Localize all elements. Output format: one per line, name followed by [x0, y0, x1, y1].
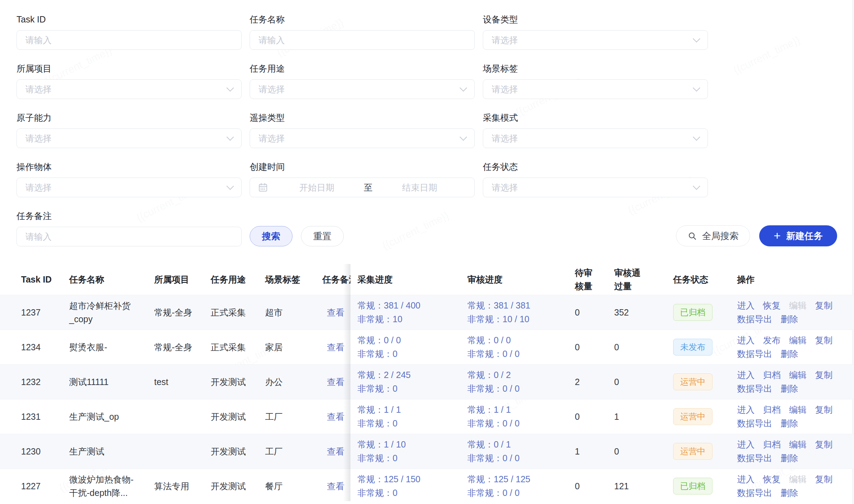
reset-button[interactable]: 重置: [301, 226, 344, 246]
task-id-input[interactable]: [17, 30, 242, 50]
cell-operations: 进入 归档 编辑 复制 数据导出 删除: [737, 438, 854, 465]
archive-link[interactable]: 归档: [763, 403, 781, 417]
field-label: 任务备注: [17, 211, 242, 221]
copy-link[interactable]: 复制: [815, 299, 833, 312]
remark-view-link[interactable]: 查看: [327, 446, 344, 456]
task-status-select[interactable]: 请选择: [483, 178, 708, 197]
copy-link[interactable]: 复制: [815, 368, 833, 382]
project-select[interactable]: 请选择: [17, 79, 242, 99]
field-label: Task ID: [17, 14, 242, 25]
filter-field-atomic-ability: 原子能力 请选择: [17, 112, 242, 148]
delete-link[interactable]: 删除: [781, 382, 798, 396]
export-link[interactable]: 数据导出: [737, 486, 772, 500]
task-remark-input[interactable]: [17, 227, 242, 246]
enter-link[interactable]: 进入: [737, 333, 755, 347]
enter-link[interactable]: 进入: [737, 438, 755, 451]
remark-view-link[interactable]: 查看: [327, 481, 344, 491]
enter-link[interactable]: 进入: [737, 403, 755, 417]
copy-link[interactable]: 复制: [815, 472, 833, 486]
col-header-purpose: 任务用途: [211, 273, 265, 286]
start-date-placeholder[interactable]: 开始日期: [270, 182, 364, 193]
cell-purpose: 开发测试: [211, 479, 265, 493]
copy-link[interactable]: 复制: [815, 333, 833, 347]
enter-link[interactable]: 进入: [737, 299, 755, 312]
delete-link[interactable]: 删除: [781, 417, 798, 430]
create-time-daterange[interactable]: 开始日期 至 结束日期: [250, 178, 475, 197]
delete-link[interactable]: 删除: [781, 312, 798, 326]
cell-passed: 0: [614, 445, 673, 458]
export-link[interactable]: 数据导出: [737, 382, 772, 396]
search-button[interactable]: 搜索: [250, 226, 293, 246]
cell-task-name: 熨烫衣服-: [69, 340, 154, 354]
cell-collect-progress: 常规：381 / 400 非常规：10: [350, 299, 467, 326]
select-placeholder: 请选择: [25, 182, 52, 193]
restore-link[interactable]: 恢复: [763, 472, 781, 486]
copy-link[interactable]: 复制: [815, 438, 833, 451]
filter-field-create-time: 创建时间 开始日期 至 结束日期: [250, 161, 475, 197]
filter-field-task-remark: 任务备注: [17, 211, 242, 246]
enter-link[interactable]: 进入: [737, 472, 755, 486]
cell-purpose: 正式采集: [211, 306, 265, 319]
task-name-input[interactable]: [250, 30, 475, 50]
end-date-placeholder[interactable]: 结束日期: [373, 182, 467, 193]
remark-view-link[interactable]: 查看: [327, 377, 344, 387]
field-label: 任务用途: [250, 63, 475, 74]
edit-link[interactable]: 编辑: [789, 368, 807, 382]
object-select[interactable]: 请选择: [17, 178, 242, 197]
edit-link[interactable]: 编辑: [789, 333, 807, 347]
select-placeholder: 请选择: [25, 133, 52, 144]
publish-link[interactable]: 发布: [763, 333, 781, 347]
edit-link[interactable]: 编辑: [789, 403, 807, 417]
enter-link[interactable]: 进入: [737, 368, 755, 382]
select-placeholder: 请选择: [492, 133, 518, 144]
purpose-select[interactable]: 请选择: [250, 79, 475, 99]
search-icon: [688, 231, 697, 241]
global-search-button[interactable]: 全局搜索: [676, 225, 750, 246]
cell-collect-progress: 常规：0 / 0 非常规：0: [350, 333, 467, 361]
restore-link[interactable]: 恢复: [763, 299, 781, 312]
cell-collect-progress: 常规：1 / 1 非常规：0: [350, 403, 467, 430]
export-link[interactable]: 数据导出: [737, 347, 772, 361]
filter-field-scene-tag: 场景标签 请选择: [483, 63, 708, 99]
cell-task-name: 生产测试_op: [69, 410, 154, 423]
cell-task-name: 测试11111: [69, 375, 154, 389]
select-placeholder: 请选择: [258, 133, 285, 144]
remark-view-link[interactable]: 查看: [327, 342, 344, 352]
chevron-down-icon: [226, 133, 234, 141]
export-link[interactable]: 数据导出: [737, 451, 772, 465]
cell-task-id: 1227: [0, 479, 69, 493]
create-task-button[interactable]: + 新建任务: [759, 225, 837, 246]
cell-review-progress: 常规：0 / 2 非常规：0 / 0: [467, 368, 575, 396]
filter-field-teleop-type: 遥操类型 请选择: [250, 112, 475, 148]
cell-passed: 352: [614, 306, 673, 319]
cell-task-id: 1237: [0, 306, 69, 319]
export-link[interactable]: 数据导出: [737, 417, 772, 430]
archive-link[interactable]: 归档: [763, 438, 781, 451]
export-link[interactable]: 数据导出: [737, 312, 772, 326]
delete-link[interactable]: 删除: [781, 486, 798, 500]
remark-view-link[interactable]: 查看: [327, 412, 344, 422]
field-label: 设备类型: [483, 14, 708, 25]
cell-pending: 1: [575, 445, 614, 458]
delete-link[interactable]: 删除: [781, 451, 798, 465]
cell-scene: 办公: [265, 375, 322, 389]
device-type-select[interactable]: 请选择: [483, 30, 708, 50]
cell-task-name: 超市冷鲜柜补货_copy: [69, 299, 154, 326]
daterange-separator: 至: [364, 182, 373, 193]
teleop-type-select[interactable]: 请选择: [250, 128, 475, 148]
global-search-label: 全局搜索: [702, 230, 738, 242]
cell-scene: 餐厅: [265, 479, 322, 493]
scene-tag-select[interactable]: 请选择: [483, 79, 708, 99]
filter-field-project: 所属项目 请选择: [17, 63, 242, 99]
remark-view-link[interactable]: 查看: [327, 307, 344, 317]
atomic-ability-select[interactable]: 请选择: [17, 128, 242, 148]
delete-link[interactable]: 删除: [781, 347, 798, 361]
chevron-down-icon: [460, 133, 467, 141]
edit-link[interactable]: 编辑: [789, 438, 807, 451]
fixed-columns: Task ID 任务名称 所属项目 任务用途 场景标签 任务备注: [0, 264, 350, 295]
archive-link[interactable]: 归档: [763, 368, 781, 382]
filter-panel: Task ID 任务名称 设备类型 请选择 所属项目 请选择 任务用途 请选择: [17, 14, 837, 246]
collect-mode-select[interactable]: 请选择: [483, 128, 708, 148]
copy-link[interactable]: 复制: [815, 403, 833, 417]
table-row: 1237 超市冷鲜柜补货_copy 常规-全身 正式采集 超市 查看 常规：38…: [0, 295, 854, 330]
